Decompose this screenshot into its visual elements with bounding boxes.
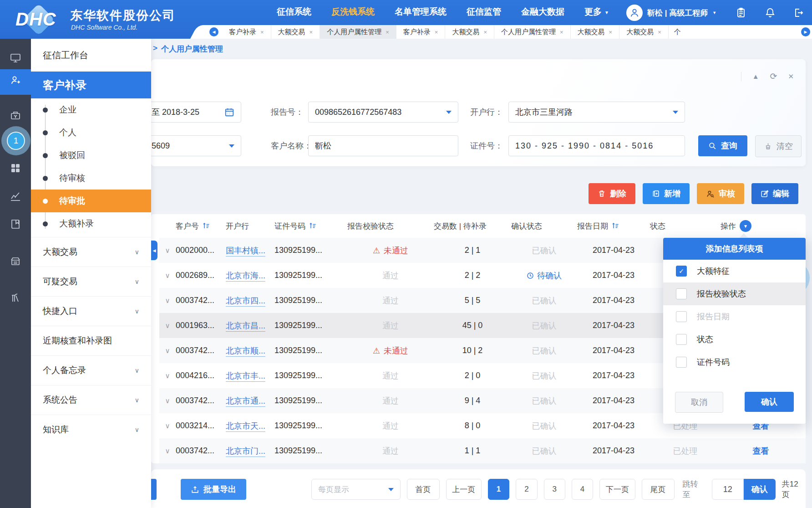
column-picker-option[interactable]: 报告日期 <box>663 305 806 328</box>
sort-icon[interactable] <box>309 222 316 230</box>
table-column-header[interactable]: 状态 ▼ <box>650 221 721 231</box>
page-tab[interactable]: 大额交易 × <box>619 25 669 39</box>
line-chart-icon[interactable] <box>10 191 21 203</box>
batch-export-button[interactable]: 批量导出 <box>181 479 246 500</box>
table-column-header[interactable]: 开户行 ▼ <box>226 221 274 231</box>
column-picker-option[interactable]: 报告校验状态 <box>663 282 806 305</box>
cell-bank-link[interactable]: 北京市顺... <box>226 345 274 356</box>
table-column-header[interactable]: 操作 ▼ <box>721 220 801 232</box>
row-expand-icon[interactable]: ∨ <box>159 372 176 380</box>
edit-button[interactable]: 编辑 <box>751 183 798 204</box>
row-expand-icon[interactable]: ∨ <box>159 422 176 430</box>
cell-bank-link[interactable]: 北京市丰... <box>226 370 274 381</box>
top-nav-item[interactable]: 反洗钱系统 ▼ <box>331 6 375 18</box>
top-nav-item[interactable]: 金融大数据 ▼ <box>521 6 564 18</box>
table-column-header[interactable]: 报告校验状态 ▼ <box>347 221 434 231</box>
customer-search-icon[interactable] <box>10 74 21 86</box>
sidebar-sub-item[interactable]: 被驳回 <box>31 144 151 167</box>
bell-icon[interactable] <box>765 7 776 18</box>
checkbox[interactable]: ✓ <box>676 266 687 277</box>
calendar-icon[interactable] <box>224 107 234 117</box>
table-row[interactable]: ◀ ∨ 0003742... 北京市门... 130925199... ⚠ 通过… <box>159 438 806 463</box>
table-column-header[interactable]: 确认状态 ▼ <box>511 221 577 231</box>
sidebar-group-customer-supplement[interactable]: 客户补录 <box>31 72 151 98</box>
report-no-select[interactable]: 0098652616772567483 <box>308 102 458 123</box>
close-icon[interactable]: × <box>310 29 313 36</box>
page-number-button[interactable]: 4 <box>572 479 593 500</box>
close-icon[interactable]: × <box>560 29 563 36</box>
row-expand-icon[interactable]: ∨ <box>159 347 176 355</box>
cell-bank-link[interactable]: 国丰村镇... <box>226 245 274 256</box>
user-box[interactable]: 靳松 | 高级工程师 ▼ <box>626 5 716 21</box>
logout-icon[interactable] <box>793 7 804 18</box>
page-tab[interactable]: 大额交易 × <box>271 25 320 39</box>
cancel-button[interactable]: 取消 <box>675 392 723 413</box>
collapse-icon[interactable]: ▲ <box>752 72 759 80</box>
page-number-button[interactable]: 3 <box>544 479 565 500</box>
first-page-button[interactable]: 首页 <box>407 479 440 500</box>
cert-no-input[interactable]: 130 - 925 - 1990 - 0814 - 5016 <box>508 135 685 156</box>
column-menu-icon[interactable]: ▼ <box>740 220 751 232</box>
cell-bank-link[interactable]: 北京市通... <box>226 395 274 406</box>
customer-name-input[interactable]: 靳松 <box>308 135 458 156</box>
jump-page-input[interactable]: 12 <box>712 479 744 500</box>
close-icon[interactable]: × <box>609 29 613 36</box>
column-picker-option[interactable]: 状态 <box>663 328 806 351</box>
top-nav-item[interactable]: 征信监管 ▼ <box>467 6 501 18</box>
jump-confirm-button[interactable]: 确认 <box>744 479 776 500</box>
collapse-handle-icon[interactable]: ◀ <box>151 241 157 260</box>
page-tab[interactable]: 个 × <box>669 25 686 39</box>
page-number-button[interactable]: 1 <box>488 479 509 500</box>
store-icon[interactable] <box>10 256 21 267</box>
apps-grid-icon[interactable] <box>10 162 21 174</box>
view-link[interactable]: 查看 <box>721 446 801 457</box>
cell-bank-link[interactable]: 北京市四... <box>226 295 274 306</box>
tab-scroll-right-icon[interactable]: ▶ <box>801 27 810 36</box>
last-page-button[interactable]: 尾页 <box>642 479 675 500</box>
column-picker-option[interactable]: 证件号码 <box>663 351 806 374</box>
sidebar-sub-item[interactable]: 大额补录 <box>31 212 151 235</box>
table-column-header[interactable]: 证件号码 ▼ <box>274 221 347 231</box>
column-picker-option[interactable]: ✓ 大额特征 <box>663 260 806 282</box>
sidebar-sub-item[interactable]: 企业 <box>31 98 151 121</box>
cash-box-icon[interactable] <box>10 109 21 121</box>
page-tab[interactable]: 客户补录 × <box>396 25 446 39</box>
delete-button[interactable]: 删除 <box>589 183 635 204</box>
checkbox[interactable] <box>676 311 687 322</box>
add-button[interactable]: 新增 <box>643 183 690 204</box>
bank-select[interactable]: 北京市三里河路 <box>508 102 685 123</box>
clear-button[interactable]: 清空 <box>755 135 802 157</box>
sort-icon[interactable] <box>203 222 210 230</box>
page-number-button[interactable]: 2 <box>516 479 537 500</box>
page-tab[interactable]: 客户补录 × <box>222 25 271 39</box>
sidebar-section[interactable]: 系统公告 ∨ <box>31 385 151 415</box>
next-page-button[interactable]: 下一页 <box>599 479 635 500</box>
top-nav-item[interactable]: 更多 ▼ <box>584 6 609 18</box>
sidebar-section[interactable]: 大额交易 ∨ <box>31 237 151 267</box>
notebook-icon[interactable] <box>10 218 21 230</box>
sidebar-item-workbench[interactable]: 征信工作台 <box>31 39 151 72</box>
search-button[interactable]: 查询 <box>698 135 747 156</box>
cell-bank-link[interactable]: 北京市海... <box>226 270 274 281</box>
checkbox[interactable] <box>676 357 687 368</box>
cell-bank-link[interactable]: 北京市天... <box>226 421 274 431</box>
library-books-icon[interactable] <box>10 292 21 304</box>
sidebar-section[interactable]: 知识库 ∨ <box>31 415 151 444</box>
close-icon[interactable]: × <box>386 29 389 36</box>
sidebar-sub-item[interactable]: 个人 <box>31 121 151 144</box>
cell-bank-link[interactable]: 北京市昌... <box>226 320 274 331</box>
refresh-icon[interactable]: ⟳ <box>770 71 777 82</box>
close-icon[interactable]: × <box>435 29 438 36</box>
row-expand-icon[interactable]: ∨ <box>159 272 176 280</box>
table-column-header[interactable]: 交易数 | 待补录 ▼ <box>434 221 511 231</box>
row-expand-icon[interactable]: ∨ <box>159 322 176 330</box>
per-page-select[interactable]: 每页显示 <box>311 479 401 500</box>
cell-bank-link[interactable]: 北京市门... <box>226 446 274 457</box>
sidebar-section[interactable]: 可疑交易 ∨ <box>31 267 151 296</box>
date-range-field[interactable]: 至 2018-3-25 <box>145 102 241 123</box>
close-icon[interactable]: × <box>260 29 264 36</box>
table-column-header[interactable]: 报告日期 ▼ <box>577 221 650 231</box>
account-no-select[interactable]: 5609 <box>145 135 241 156</box>
sort-icon[interactable] <box>612 222 619 230</box>
sidebar-section[interactable]: 近期核查和补录图 ∨ <box>31 326 151 355</box>
